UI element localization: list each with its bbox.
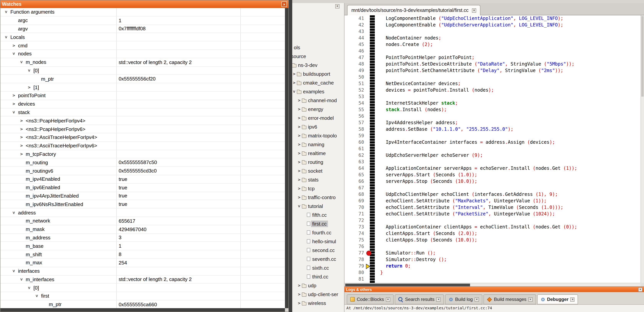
- code-line[interactable]: 69 echoClient.SetAttribute ("MaxPackets"…: [344, 198, 640, 204]
- code-line[interactable]: 52 devices = pointToPoint.Install (nodes…: [344, 87, 640, 94]
- watch-row[interactable]: m_mask4294967040: [0, 225, 285, 234]
- code-line[interactable]: 47 PointToPointHelper pointToPoint;: [344, 54, 640, 61]
- tree-item-folder[interactable]: >tutorial: [292, 202, 344, 210]
- watch-row[interactable]: m_max254: [0, 259, 285, 267]
- code-line[interactable]: 50: [344, 74, 640, 80]
- tree-item-folder[interactable]: >energy: [292, 105, 344, 114]
- chevron-right-icon[interactable]: >: [297, 133, 302, 138]
- code-line[interactable]: 42 LogComponentEnable ("UdpEchoServerApp…: [344, 22, 640, 28]
- chevron-right-icon[interactable]: >: [19, 118, 24, 123]
- chevron-right-icon[interactable]: >: [12, 43, 16, 48]
- watch-row[interactable]: argv0x7fffffffdf08: [0, 25, 285, 33]
- tree-item-folder[interactable]: >matrix-topolo: [292, 131, 344, 140]
- tree-item-folder[interactable]: >ns-3-dev: [292, 61, 344, 69]
- watch-row[interactable]: ><ns3::AsciiTraceHelperForIpv6>: [0, 142, 285, 150]
- tree-item-folder[interactable]: >error-model: [292, 114, 344, 122]
- tree-item-folder[interactable]: >naming: [292, 140, 344, 149]
- code-line[interactable]: 56: [344, 113, 640, 120]
- code-line[interactable]: 73 ApplicationContainer clientApps = ech…: [344, 224, 640, 230]
- watch-row[interactable]: m_ptr0x55555556cf20: [0, 75, 285, 83]
- tree-item-file[interactable]: first.cc: [292, 219, 344, 228]
- watch-row[interactable]: >first: [0, 292, 285, 301]
- chevron-down-icon[interactable]: >: [11, 52, 16, 56]
- watch-row[interactable]: >m_interfacesstd::vector of length 2, ca…: [0, 275, 285, 284]
- tree-item-folder[interactable]: >buildsupport: [292, 69, 344, 78]
- tree-item-folder[interactable]: >socket: [292, 166, 344, 175]
- code-line[interactable]: 44 NodeContainer nodes;: [344, 35, 640, 41]
- code-line[interactable]: 74 clientApps.Start (Seconds (2.0));: [344, 230, 640, 237]
- code-line[interactable]: 68 UdpEchoClientHelper echoClient (inter…: [344, 191, 640, 198]
- code-line[interactable]: 70 echoClient.SetAttribute ("Interval", …: [344, 204, 640, 211]
- code-area[interactable]: 41 LogComponentEnable ("UdpEchoClientApp…: [344, 15, 640, 283]
- editor-horizontal-scrollbar[interactable]: [344, 283, 640, 286]
- watch-row[interactable]: ><ns3::PcapHelperForIpv4>: [0, 117, 285, 125]
- code-line[interactable]: 41 LogComponentEnable ("UdpEchoClientApp…: [344, 15, 640, 22]
- management-vertical-scrollbar[interactable]: [289, 0, 292, 312]
- watch-row[interactable]: m_network655617: [0, 217, 285, 225]
- watch-row[interactable]: argc1: [0, 16, 285, 25]
- logs-tab-search-results[interactable]: Search results×: [394, 294, 444, 304]
- chevron-right-icon[interactable]: >: [297, 151, 302, 156]
- chevron-down-icon[interactable]: >: [19, 60, 24, 64]
- code-line[interactable]: 55 stack.Install (nodes);: [344, 107, 640, 113]
- code-line[interactable]: 71 echoClient.SetAttribute ("PacketSize"…: [344, 211, 640, 217]
- watch-row[interactable]: m_ipv4ArpJitterEnabledtrue: [0, 192, 285, 200]
- watch-row[interactable]: >interfaces: [0, 267, 285, 275]
- watch-row[interactable]: >nodes: [0, 50, 285, 58]
- watch-row[interactable]: ><ns3::PcapHelperForIpv6>: [0, 125, 285, 133]
- tree-item-folder[interactable]: >udp-client-ser: [292, 290, 344, 299]
- watch-row[interactable]: m_address3: [0, 234, 285, 242]
- chevron-down-icon[interactable]: >: [34, 294, 39, 298]
- code-line[interactable]: 59: [344, 133, 640, 139]
- tree-item-file[interactable]: sixth.cc: [292, 263, 344, 272]
- tree-item-file[interactable]: second.cc: [292, 246, 344, 255]
- code-line[interactable]: 78 Simulator::Destroy ();: [344, 256, 640, 263]
- chevron-right-icon[interactable]: >: [19, 143, 24, 148]
- watch-row[interactable]: >[1]: [0, 83, 285, 92]
- code-line[interactable]: 49 pointToPoint.SetChannelAttribute ("De…: [344, 67, 640, 74]
- chevron-right-icon[interactable]: >: [297, 168, 302, 173]
- chevron-right-icon[interactable]: >: [297, 142, 302, 147]
- watch-row[interactable]: >stack: [0, 108, 285, 117]
- watches-titlebar[interactable]: Watches ×: [0, 0, 288, 8]
- watches-horizontal-scrollbar[interactable]: [0, 308, 285, 312]
- code-line[interactable]: 58 address.SetBase ("10.1.1.0", "255.255…: [344, 126, 640, 133]
- watch-row[interactable]: >m_nodesstd::vector of length 2, capacit…: [0, 58, 285, 67]
- chevron-down-icon[interactable]: >: [27, 285, 32, 290]
- logs-tab-build-messages[interactable]: Build messages×: [484, 294, 536, 304]
- logs-tab-debugger[interactable]: ⚙Debugger×: [537, 294, 578, 304]
- close-icon[interactable]: ×: [528, 297, 533, 302]
- tree-item-file[interactable]: hello-simul: [292, 237, 344, 246]
- code-line[interactable]: 62 UdpEchoServerHelper echoServer (9);: [344, 152, 640, 159]
- chevron-right-icon[interactable]: >: [297, 301, 302, 306]
- close-icon[interactable]: ×: [570, 297, 575, 302]
- code-line[interactable]: 80}: [344, 270, 640, 276]
- chevron-right-icon[interactable]: >: [297, 107, 302, 112]
- code-line[interactable]: 65 serverApps.Start (Seconds (1.0));: [344, 172, 640, 178]
- chevron-right-icon[interactable]: >: [297, 98, 302, 103]
- watch-row[interactable]: >Locals: [0, 33, 285, 42]
- tree-item-file[interactable]: seventh.cc: [292, 255, 344, 263]
- close-icon[interactable]: ×: [386, 297, 390, 302]
- watch-row[interactable]: >Function arguments: [0, 8, 285, 16]
- chevron-right-icon[interactable]: >: [12, 93, 16, 98]
- code-line[interactable]: 45 nodes.Create (2);: [344, 41, 640, 48]
- watch-row[interactable]: ><ns3::AsciiTraceHelperForIpv4>: [0, 133, 285, 142]
- chevron-right-icon[interactable]: >: [297, 177, 302, 182]
- close-icon[interactable]: ×: [475, 297, 479, 302]
- tree-item-file[interactable]: fourth.cc: [292, 228, 344, 237]
- watches-vertical-scrollbar[interactable]: [285, 8, 288, 308]
- chevron-right-icon[interactable]: >: [292, 71, 296, 76]
- chevron-down-icon[interactable]: >: [19, 277, 24, 282]
- chevron-down-icon[interactable]: >: [11, 110, 16, 115]
- code-line[interactable]: 76: [344, 243, 640, 250]
- code-line[interactable]: 66 serverApps.Stop (Seconds (10.0));: [344, 178, 640, 185]
- chevron-right-icon[interactable]: >: [12, 101, 16, 106]
- watch-row[interactable]: m_routingv60x5555555cd3c0: [0, 167, 285, 175]
- close-icon[interactable]: ×: [335, 4, 340, 8]
- chevron-right-icon[interactable]: >: [297, 124, 302, 129]
- close-icon[interactable]: ×: [436, 297, 441, 302]
- code-line[interactable]: 48 pointToPoint.SetDeviceAttribute ("Dat…: [344, 61, 640, 67]
- code-line[interactable]: 77 Simulator::Run ();: [344, 250, 640, 256]
- close-icon[interactable]: ×: [282, 1, 287, 7]
